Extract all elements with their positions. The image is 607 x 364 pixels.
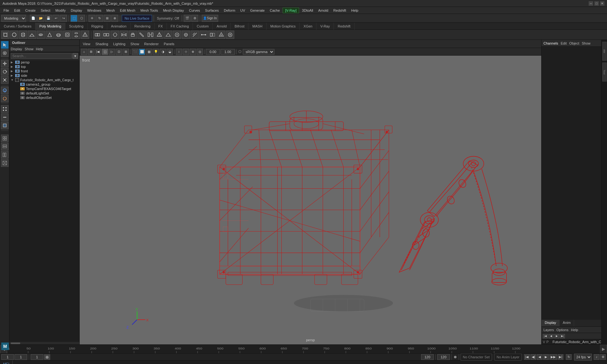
shelf-extrude[interactable] — [129, 31, 137, 39]
shelf-sphere[interactable] — [10, 31, 18, 39]
attr-editor-tab[interactable]: Attr — [602, 42, 607, 61]
outliner-item-camera1group[interactable]: 🎥 camera1_group — [15, 82, 79, 87]
timeline-scroll-area[interactable]: 1 50 100 150 200 250 300 350 400 450 500… — [7, 345, 600, 354]
menu-generate[interactable]: Generate — [248, 8, 267, 13]
menu-select[interactable]: Select — [39, 8, 53, 13]
menu-uv[interactable]: UV — [238, 8, 247, 13]
shelf-torus[interactable] — [37, 31, 45, 39]
menu-curves[interactable]: Curves — [187, 8, 202, 13]
menu-edit-mesh[interactable]: Edit Mesh — [118, 8, 138, 13]
menu-modify[interactable]: Modify — [53, 8, 68, 13]
menu-mesh[interactable]: Mesh — [104, 8, 117, 13]
vp-value1-input[interactable] — [206, 49, 220, 55]
pb-back-btn[interactable]: ◀ — [537, 354, 543, 360]
mode-dropdown[interactable]: Modeling Rigging Animation — [1, 15, 26, 22]
vp-menu-show[interactable]: Show — [129, 41, 141, 46]
menu-file[interactable]: File — [1, 8, 11, 13]
shelf-pipe[interactable] — [63, 31, 71, 39]
shelf-smooth[interactable] — [111, 31, 119, 39]
menu-surfaces[interactable]: Surfaces — [203, 8, 221, 13]
menu-windows[interactable]: Windows — [85, 8, 104, 13]
channels-edit-btn[interactable]: Edit — [561, 41, 567, 45]
outliner-item-side[interactable]: ▶ 🎥 side — [9, 73, 79, 78]
tab-poly-modeling[interactable]: Poly Modeling — [35, 23, 65, 30]
pb-settings-btn[interactable]: ⚙ — [600, 354, 606, 360]
vp-magnet-btn[interactable]: ⊗ — [190, 49, 196, 55]
grid-btn1[interactable] — [1, 135, 9, 142]
shelf-disk[interactable] — [54, 31, 63, 39]
outliner-item-top[interactable]: ▶ 🎥 top — [9, 64, 79, 69]
shelf-plane[interactable] — [28, 31, 36, 39]
tab-custom[interactable]: Custom — [193, 23, 213, 30]
face-mode-btn[interactable] — [1, 122, 9, 129]
outliner-menu-show[interactable]: Show — [25, 47, 34, 51]
shelf-helix[interactable] — [72, 31, 80, 39]
scale-tool-left-btn[interactable] — [1, 76, 9, 84]
shelf-combine[interactable] — [93, 31, 101, 39]
tab-curves-surfaces[interactable]: Curves / Surfaces — [0, 23, 35, 30]
layer-nav-last-btn[interactable]: ▶| — [560, 334, 565, 338]
no-character-set-label[interactable]: No Character Set — [461, 354, 492, 361]
playback-current-input[interactable] — [15, 354, 27, 360]
universal-manip-btn[interactable]: ⊕ — [111, 15, 118, 22]
pb-end-btn[interactable]: ▶| — [558, 354, 563, 360]
vp-menu-panels[interactable]: Panels — [162, 41, 176, 46]
vp-cam5-btn[interactable]: ⊞ — [123, 49, 129, 55]
vp-menu-shading[interactable]: Shading — [94, 41, 109, 46]
vp-cam4-btn[interactable]: ⊡ — [116, 49, 122, 55]
tab-vray[interactable]: V-Ray — [316, 23, 334, 30]
anim-record-btn[interactable]: ⬤ — [44, 354, 50, 360]
shelf-wedge[interactable] — [164, 31, 172, 39]
grid-btn4[interactable] — [1, 159, 9, 167]
shelf-poke[interactable] — [155, 31, 163, 39]
vp-menu-renderer[interactable]: Renderer — [143, 41, 160, 46]
no-anim-layer-label[interactable]: No Anim Layer — [494, 354, 522, 361]
pb-start-btn[interactable]: |◀ — [524, 354, 530, 360]
channels-channels-btn[interactable]: Channels — [543, 41, 558, 45]
shelf-reduce[interactable] — [217, 31, 225, 39]
tab-mash[interactable]: MASH — [248, 23, 267, 30]
vp-menu-view[interactable]: View — [82, 41, 92, 46]
vp-isolate-btn[interactable]: ◎ — [197, 49, 203, 55]
channels-help-btn[interactable]: Help — [571, 328, 578, 332]
tab-xgen[interactable]: XGen — [300, 23, 316, 30]
viewport-panel[interactable]: View Shading Lighting Show Renderer Pane… — [80, 40, 541, 344]
menu-3dtoall[interactable]: 3DtoAll — [300, 8, 315, 13]
fps-select[interactable]: 24 fps 30 fps 60 fps — [574, 354, 592, 361]
vp-cam2-btn[interactable]: ◫ — [102, 49, 108, 55]
vp-shade-solid[interactable]: ⬛ — [132, 49, 138, 55]
no-live-surface-label[interactable]: No Live Surface — [122, 15, 152, 22]
tab-redshift[interactable]: Redshift — [334, 23, 354, 30]
shelf-circularize[interactable] — [173, 31, 181, 39]
shelf-mirror2[interactable] — [208, 31, 217, 39]
shelf-bridge[interactable] — [146, 31, 155, 39]
open-file-btn[interactable]: 📂 — [37, 15, 44, 22]
tab-sculpting[interactable]: Sculpting — [65, 23, 88, 30]
render-btn[interactable]: 🎬 — [184, 15, 191, 22]
select-mode-btn[interactable] — [1, 41, 9, 49]
menu-edit[interactable]: Edit — [12, 8, 22, 13]
close-button[interactable]: ✕ — [600, 1, 604, 6]
outliner-item-objectset[interactable]: ◎ defaultObjectSet — [15, 95, 79, 100]
vp-cam1-btn[interactable]: |◀ — [95, 49, 101, 55]
maximize-button[interactable]: □ — [594, 1, 599, 6]
lasso-btn[interactable]: ⬡ — [78, 15, 85, 22]
tab-arnold[interactable]: Arnold — [213, 23, 231, 30]
outliner-menu-display[interactable]: Display — [11, 47, 22, 51]
maya-logo[interactable]: M — [1, 343, 9, 350]
playback-start-input[interactable] — [1, 354, 14, 360]
vp-shade-textured[interactable]: ▩ — [146, 49, 152, 55]
gamma-select[interactable]: sRGB gamma Linear — [243, 49, 274, 55]
outliner-item-lightset[interactable]: ◎ defaultLightSet — [15, 91, 79, 95]
menu-mesh-display[interactable]: Mesh Display — [161, 8, 186, 13]
shelf-separate[interactable] — [102, 31, 110, 39]
shelf-cube[interactable] — [1, 31, 9, 39]
channels-show-btn[interactable]: Show — [582, 41, 591, 45]
tab-animation[interactable]: Animation — [107, 23, 131, 30]
move-tool-btn[interactable]: ✛ — [89, 15, 95, 22]
shelf-cone[interactable] — [46, 31, 54, 39]
select-tool-btn[interactable]: ⬚ — [71, 15, 77, 22]
vp-menu-lighting[interactable]: Lighting — [112, 41, 127, 46]
channels-object-btn[interactable]: Object — [569, 41, 579, 45]
tab-fx-caching[interactable]: FX Caching — [167, 23, 193, 30]
